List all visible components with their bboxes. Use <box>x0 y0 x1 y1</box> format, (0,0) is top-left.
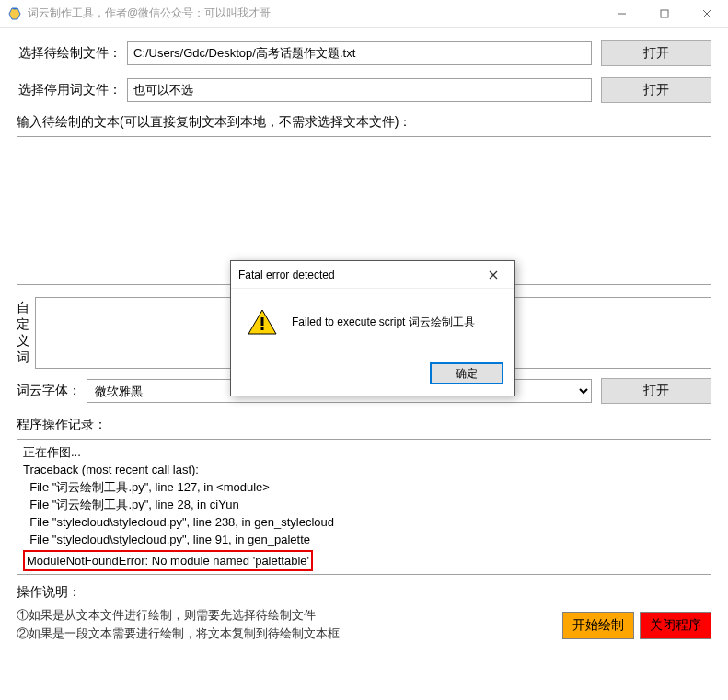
log-line: File "stylecloud\stylecloud.py", line 23… <box>23 513 705 531</box>
dialog-titlebar: Fatal error detected <box>231 261 514 289</box>
log-output[interactable]: 正在作图... Traceback (most recent call last… <box>17 439 711 575</box>
bottom-row: ①如果是从文本文件进行绘制，则需要先选择待绘制文件 ②如果是一段文本需要进行绘制… <box>17 606 711 643</box>
log-error-line: ModuleNotFoundError: No module named 'pa… <box>23 550 313 571</box>
error-dialog: Fatal error detected Failed to execute s… <box>230 260 515 396</box>
svg-rect-8 <box>261 327 264 330</box>
log-line: File "stylecloud\stylecloud.py", line 91… <box>23 531 705 548</box>
dialog-close-button[interactable] <box>480 268 507 282</box>
log-title: 程序操作记录： <box>17 417 711 433</box>
stopword-input[interactable] <box>127 78 592 102</box>
stopword-row: 选择停用词文件： 打开 <box>17 77 711 103</box>
dialog-body: Failed to execute script 词云绘制工具 <box>231 289 514 355</box>
close-program-button[interactable]: 关闭程序 <box>640 612 711 639</box>
instructions-title: 操作说明： <box>17 584 711 601</box>
file-row: 选择待绘制文件： 打开 <box>17 40 711 66</box>
svg-rect-1 <box>661 10 668 17</box>
text-label: 输入待绘制的文本(可以直接复制文本到本地，不需求选择文本文件)： <box>17 114 711 131</box>
dialog-title-text: Fatal error detected <box>238 269 335 281</box>
custom-words-label: 自定义词 <box>17 297 35 369</box>
dialog-message: Failed to execute script 词云绘制工具 <box>292 315 475 330</box>
action-buttons: 开始绘制 关闭程序 <box>562 606 711 639</box>
maximize-button[interactable] <box>643 0 686 28</box>
dialog-ok-button[interactable]: 确定 <box>430 362 503 384</box>
log-line: 正在作图... <box>23 443 705 461</box>
close-window-button[interactable] <box>686 0 728 28</box>
instruction-line: ①如果是从文本文件进行绘制，则需要先选择待绘制文件 <box>17 606 562 625</box>
window-controls <box>601 0 728 28</box>
font-label: 词云字体： <box>17 383 81 399</box>
file-label: 选择待绘制文件： <box>17 45 127 62</box>
stopword-label: 选择停用词文件： <box>17 82 127 98</box>
instructions-text: ①如果是从文本文件进行绘制，则需要先选择待绘制文件 ②如果是一段文本需要进行绘制… <box>17 606 562 643</box>
app-icon <box>7 6 22 21</box>
instruction-line: ②如果是一段文本需要进行绘制，将文本复制到待绘制文本框 <box>17 625 562 643</box>
font-open-button[interactable]: 打开 <box>601 378 711 404</box>
start-button[interactable]: 开始绘制 <box>562 612 634 639</box>
file-open-button[interactable]: 打开 <box>601 40 711 66</box>
minimize-button[interactable] <box>601 0 643 28</box>
log-line: File "词云绘制工具.py", line 28, in ciYun <box>23 496 705 513</box>
warning-icon <box>248 309 277 335</box>
svg-rect-7 <box>261 317 264 326</box>
titlebar: 词云制作工具，作者@微信公众号：可以叫我才哥 <box>0 0 728 28</box>
window-title: 词云制作工具，作者@微信公众号：可以叫我才哥 <box>28 6 271 21</box>
log-line: File "词云绘制工具.py", line 127, in <module> <box>23 478 705 496</box>
log-line: Traceback (most recent call last): <box>23 461 705 478</box>
dialog-footer: 确定 <box>231 355 514 396</box>
stopword-open-button[interactable]: 打开 <box>601 77 711 103</box>
file-input[interactable] <box>127 41 592 65</box>
